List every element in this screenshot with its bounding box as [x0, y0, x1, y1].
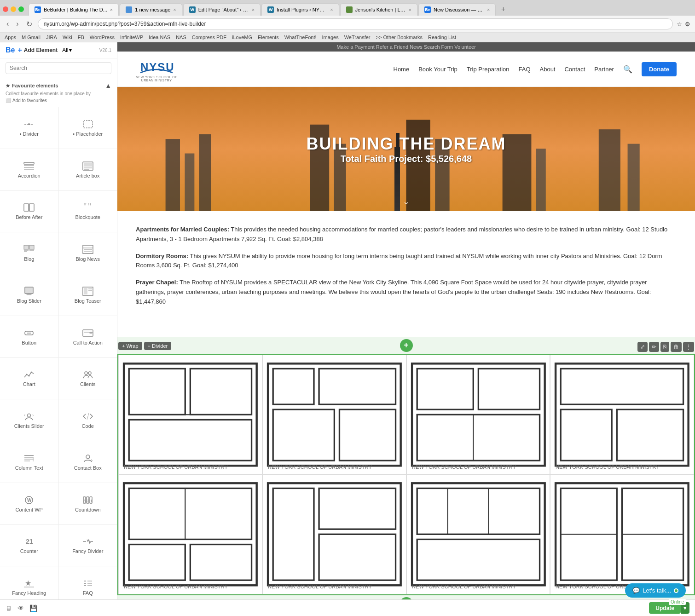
tab-close-new-discussion[interactable]: × — [487, 7, 490, 12]
tab-new-discussion[interactable]: Be New Discussion — Bethem... × — [418, 3, 496, 16]
bookmark-reading-list[interactable]: Reading List — [428, 35, 456, 40]
maximize-window-btn[interactable] — [18, 6, 24, 12]
refresh-btn[interactable]: ↻ — [24, 19, 34, 29]
hero-arrow-icon: ⌄ — [403, 196, 410, 207]
desktop-icon[interactable]: 🖥 — [6, 604, 12, 608]
builder-wrap: + + Wrap + Divider ⤢ ✏ ⎘ — [117, 337, 695, 608]
element-counter[interactable]: 21 Counter — [0, 525, 58, 566]
element-clients[interactable]: Clients — [59, 358, 117, 399]
tab-edit-about[interactable]: W Edit Page "About" ‹ NYSU... × — [183, 3, 261, 16]
tab-close-edit-about[interactable]: × — [252, 7, 255, 12]
floor-plan-svg-8: NEW YORK SCHOOL OF URBAN MINISTRY — [550, 475, 694, 594]
tab-close-be-builder[interactable]: × — [110, 7, 113, 12]
element-code[interactable]: Code — [59, 399, 117, 441]
tab-install-plugins[interactable]: W Install Plugins ‹ NYSUM –... × — [261, 3, 339, 16]
add-section-btn[interactable]: + — [400, 339, 413, 352]
bookmark-more[interactable]: >> Other Bookmarks — [376, 35, 423, 40]
element-article-box[interactable]: Article box — [59, 149, 117, 190]
nav-home[interactable]: Home — [394, 66, 410, 73]
tab-close-new-message[interactable]: × — [173, 7, 176, 12]
svg-text:": " — [88, 203, 91, 211]
element-contact-box[interactable]: Contact Box — [59, 441, 117, 483]
bookmark-wordpress[interactable]: WordPress — [90, 35, 115, 40]
bookmark-fb[interactable]: FB — [78, 35, 84, 40]
element-divider[interactable]: • Divider — [0, 107, 58, 149]
tab-be-builder[interactable]: Be BeBuilder | Building The D... × — [29, 3, 119, 16]
divider-btn[interactable]: + Divider — [144, 342, 172, 350]
bookmark-compress-pdf[interactable]: Compress PDF — [192, 35, 226, 40]
svg-point-39 — [29, 375, 30, 377]
delete-icon-btn[interactable]: 🗑 — [671, 342, 682, 352]
donate-button[interactable]: Donate — [642, 62, 677, 76]
element-clients-slider[interactable]: ‹› Clients Slider — [0, 399, 58, 441]
add-to-fav-btn[interactable]: ⬜ Add to favourites — [6, 98, 111, 103]
bookmark-wiki[interactable]: Wiki — [63, 35, 72, 40]
nav-about[interactable]: About — [540, 66, 556, 73]
bookmark-star-icon[interactable]: ☆ — [677, 21, 682, 28]
all-filter[interactable]: All ▾ — [62, 47, 72, 53]
bookmark-elements[interactable]: Elements — [258, 35, 279, 40]
be-logo[interactable]: Be — [6, 46, 15, 54]
online-dot — [674, 588, 678, 593]
tab-new-message[interactable]: 1 new message × — [120, 3, 182, 16]
eye-icon[interactable]: 👁 — [17, 604, 24, 608]
hero-subtitle: Total Faith Project: $5,526,648 — [307, 154, 506, 164]
chat-bubble[interactable]: 💬 Let's talk... Online — [625, 583, 686, 598]
element-countdown[interactable]: 321 Countdown — [59, 483, 117, 524]
bookmark-gmail[interactable]: M Gmail — [22, 35, 41, 40]
bookmark-nas[interactable]: NAS — [176, 35, 186, 40]
bookmark-infinitewp[interactable]: InfiniteWP — [120, 35, 143, 40]
element-blog-slider[interactable]: Blog Slider — [0, 274, 58, 316]
forward-btn[interactable]: › — [14, 19, 20, 29]
back-btn[interactable]: ‹ — [5, 19, 11, 29]
edit-icon-btn[interactable]: ✏ — [649, 342, 659, 352]
element-blog-news[interactable]: Blog News — [59, 232, 117, 274]
element-blog[interactable]: Blog — [0, 232, 58, 274]
more-icon-btn[interactable]: ⋮ — [683, 342, 694, 352]
faq-label: FAQ — [83, 590, 93, 596]
nav-book-trip[interactable]: Book Your Trip — [418, 66, 458, 73]
save-icon[interactable]: 💾 — [29, 604, 37, 608]
element-column-text[interactable]: T Column Text — [0, 441, 58, 483]
element-before-after[interactable]: Before After — [0, 191, 58, 232]
element-chart[interactable]: Chart — [0, 358, 58, 399]
element-blog-teaser[interactable]: Blog Teaser — [59, 274, 117, 316]
minimize-window-btn[interactable] — [11, 6, 16, 12]
copy-icon-btn[interactable]: ⎘ — [660, 342, 669, 352]
window-controls[interactable] — [3, 6, 24, 12]
close-window-btn[interactable] — [3, 6, 8, 12]
address-bar-row: ‹ › ↻ ☆ ⚙ — [0, 16, 695, 32]
bookmark-jira[interactable]: JIRA — [46, 35, 57, 40]
element-blockquote[interactable]: "" Blockquote — [59, 191, 117, 232]
bookmark-whatthefont[interactable]: WhatTheFont! — [284, 35, 317, 40]
element-content-wp[interactable]: W Content WP — [0, 483, 58, 524]
element-button[interactable]: Button — [0, 316, 58, 357]
bookmark-apps[interactable]: Apps — [5, 35, 16, 40]
nav-faq[interactable]: FAQ — [518, 66, 530, 73]
extensions-icon[interactable]: ⚙ — [685, 21, 690, 28]
search-icon[interactable]: 🔍 — [623, 65, 632, 74]
tab-close-install-plugins[interactable]: × — [330, 7, 333, 12]
nav-trip-prep[interactable]: Trip Preparation — [467, 66, 510, 73]
element-call-to-action[interactable]: Call to Action — [59, 316, 117, 357]
tab-close-jensons[interactable]: × — [409, 7, 411, 12]
expand-icon-btn[interactable]: ⤢ — [637, 342, 648, 352]
tab-jensons[interactable]: Jenson's Kitchen | Long Is... × — [340, 3, 417, 16]
element-fancy-divider[interactable]: Fancy Divider — [59, 525, 117, 566]
element-placeholder[interactable]: • Placeholder — [59, 107, 117, 149]
bookmark-wetransfer[interactable]: WeTransfer — [344, 35, 371, 40]
bookmark-ilovemg[interactable]: iLoveMG — [232, 35, 252, 40]
element-accordion[interactable]: Accordion — [0, 149, 58, 190]
bookmark-idea-nas[interactable]: Idea NAS — [149, 35, 170, 40]
plus-icon-wrap: + — [122, 343, 125, 349]
address-input[interactable] — [38, 18, 673, 29]
floor-plan-1: NEW YORK SCHOOL OF URBAN MINISTRY — [118, 355, 262, 475]
add-element-button[interactable]: + Add Element — [17, 46, 58, 54]
collapse-icon[interactable]: ▲ — [105, 82, 111, 89]
wrap-btn[interactable]: + Wrap — [118, 342, 142, 350]
new-tab-btn[interactable]: + — [497, 3, 510, 16]
nav-partner[interactable]: Partner — [594, 66, 614, 73]
search-input[interactable] — [6, 62, 111, 74]
nav-contact[interactable]: Contact — [564, 66, 585, 73]
bookmark-images[interactable]: Images — [322, 35, 339, 40]
